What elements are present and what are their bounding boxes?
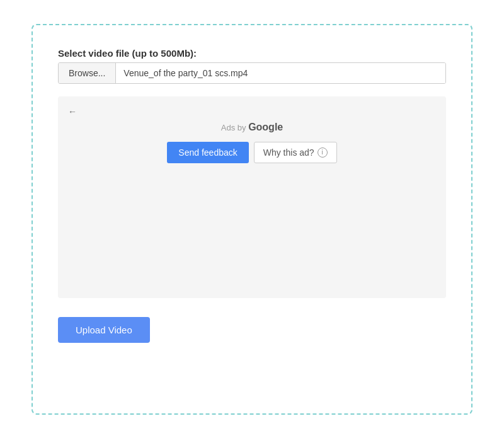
ads-by-google: Ads by Google	[68, 122, 436, 133]
main-card: Select video file (up to 500Mb): Browse.…	[32, 24, 472, 415]
upload-video-button[interactable]: Upload Video	[58, 317, 150, 343]
why-this-ad-button[interactable]: Why this ad? i	[254, 142, 337, 163]
label-prefix: Select video file (	[58, 48, 135, 59]
send-feedback-button[interactable]: Send feedback	[167, 142, 248, 163]
file-select-section: Select video file (up to 500Mb): Browse.…	[58, 48, 446, 84]
ad-buttons-row: Send feedback Why this ad? i	[68, 142, 436, 163]
file-input-row: Browse... Venue_of the party_01 scs.mp4	[58, 62, 446, 84]
file-select-label: Select video file (up to 500Mb):	[58, 48, 446, 59]
label-end: ):	[190, 48, 197, 59]
back-arrow[interactable]: ←	[68, 107, 77, 117]
browse-button[interactable]: Browse...	[59, 63, 116, 83]
label-bold: up to 500Mb	[135, 48, 191, 59]
info-icon: i	[318, 147, 328, 158]
file-name-display: Venue_of the party_01 scs.mp4	[116, 63, 445, 83]
ad-container: ← Ads by Google Send feedback Why this a…	[58, 96, 446, 298]
google-brand: Google	[248, 122, 283, 132]
why-this-ad-label: Why this ad?	[263, 147, 314, 158]
ads-by-prefix: Ads by	[221, 123, 248, 132]
